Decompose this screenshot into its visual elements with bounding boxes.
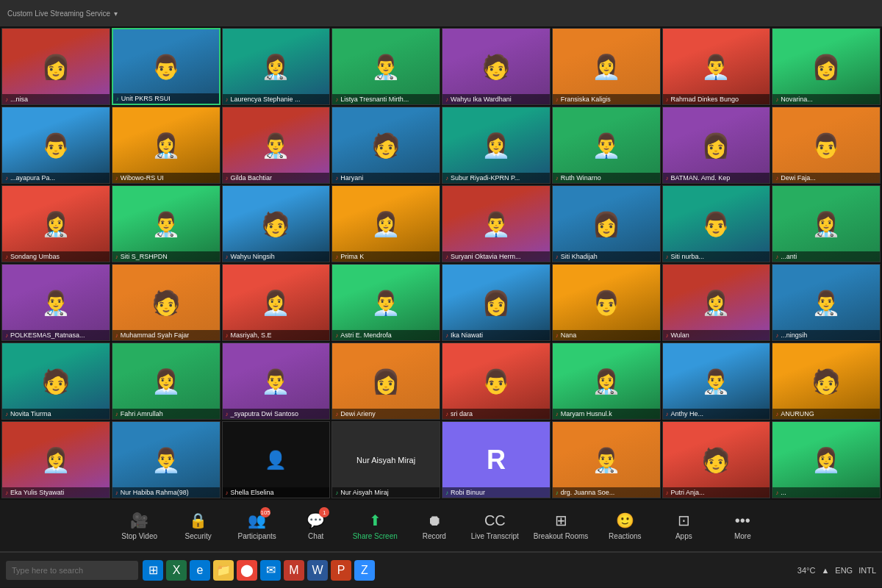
participant-cell[interactable]: 👩 ♪ Siti Khadijah [552,185,661,262]
participant-name: ...nisa [10,96,28,103]
stop-video-button[interactable]: 🎥 Stop Video [118,512,162,540]
participant-cell[interactable]: 👨‍💼 ♪ Ruth Winarno [552,107,661,184]
more-label: More [734,532,751,540]
top-bar-title[interactable]: Custom Live Streaming Service ▾ [7,10,118,18]
participant-cell[interactable]: 👩‍⚕️ ♪ Laurencya Stephanie ... [222,28,331,105]
toolbar: 🎥 Stop Video 🔒 Security 👥105 Participant… [0,500,882,588]
outlook-icon[interactable]: ✉ [260,560,281,581]
mic-status-icon: ♪ [556,254,559,260]
participant-cell[interactable]: R ♪ Robi Binuur [442,421,551,498]
participant-cell[interactable]: 🧑 ♪ Muhammad Syah Fajar [112,264,220,341]
participant-cell[interactable]: 👩 ♪ Ika Niawati [442,264,551,341]
face-sim: 👩‍💼 [553,29,660,104]
participant-name: Prima K [340,253,364,260]
participant-cell[interactable]: 👤 ♪ Shella Elselina [222,421,331,498]
participant-cell[interactable]: 👨‍💼 ♪ Rahmad Dinkes Bungo [662,28,771,105]
participant-cell[interactable]: 👩 ♪ ...nisa [1,28,110,105]
participant-cell[interactable]: 👩 ♪ Dewi Arieny [331,343,440,420]
reactions-button[interactable]: 🙂 Reactions [603,512,647,540]
participant-cell[interactable]: 🧑 ♪ Novita Tiurma [1,343,110,420]
participant-cell[interactable]: 👨‍⚕️ ♪ Siti S_RSHPDN [112,185,220,262]
participant-cell[interactable]: 👨‍⚕️ ♪ Gilda Bachtiar [222,107,331,184]
participant-cell[interactable]: Nur Aisyah Miraj ♪ Nur Aisyah Miraj [331,421,440,498]
edge-icon[interactable]: e [190,560,210,581]
participant-name: Unit PKRS RSUI [121,95,171,102]
top-bar: Custom Live Streaming Service ▾ [0,0,882,26]
folder-icon[interactable]: 📁 [213,560,234,581]
participant-name: sri dara [451,410,473,417]
participant-name-label: ♪ Novarina... [772,94,880,104]
participant-cell[interactable]: 🧑 ♪ ANURUNG [772,343,881,420]
participants-button[interactable]: 👥105 Participants [235,512,279,540]
participant-cell[interactable]: 👨‍⚕️ ♪ POLKESMAS_Ratnasa... [1,264,110,341]
participant-cell[interactable]: 👩‍💼 ♪ Eka Yulis Styawati [1,421,110,498]
zoom-icon[interactable]: Z [354,560,375,581]
apps-button[interactable]: ⊡ Apps [662,512,706,540]
chrome-icon[interactable]: ⬤ [237,560,257,581]
participant-name: Haryani [340,174,363,182]
word-icon[interactable]: W [307,560,328,581]
breakout-rooms-button[interactable]: ⊞ Breakout Rooms [534,512,588,540]
participant-cell[interactable]: 👩‍💼 ♪ Prima K [331,185,440,262]
mic-status-icon: ♪ [556,332,559,339]
face-sim: 👨‍⚕️ [112,186,220,262]
participant-cell[interactable]: 👨‍💼 ♪ Suryani Oktavia Herm... [442,185,551,262]
face-sim: 🧑 [2,343,110,419]
participant-name: Listya Tresnanti Mirth... [340,96,409,103]
participant-cell[interactable]: 👩‍💼 ♪ Fahri Amrullah [112,343,220,420]
participant-cell[interactable]: 👨 ♪ sri dara [442,343,551,420]
face-sim: 👨 [663,186,770,262]
share-screen-button[interactable]: ⬆ Share Screen [353,512,398,540]
participant-cell[interactable]: 👨 ♪ Unit PKRS RSUI [112,28,220,105]
dropdown-arrow[interactable]: ▾ [114,10,118,18]
more-button[interactable]: ••• More [720,512,764,540]
mic-status-icon: ♪ [556,490,559,496]
participant-cell[interactable]: 👩 ♪ Novarina... [772,28,881,105]
face-sim: 👩‍💼 [112,343,220,419]
participant-cell[interactable]: 👨 ♪ Siti nurba... [662,185,771,262]
participant-cell[interactable]: 👩 ♪ BATMAN. Amd. Kep [662,107,771,184]
powerpoint-icon[interactable]: P [331,560,351,581]
record-button[interactable]: ⏺ Record [412,512,456,540]
face-sim: 👩‍⚕️ [223,29,330,104]
participant-cell[interactable]: 🧑 ♪ Putri Anja... [662,421,771,498]
participant-cell[interactable]: 👩‍⚕️ ♪ Wibowo-RS UI [112,107,220,184]
participant-cell[interactable]: 👨‍💼 ♪ _syaputra Dwi Santoso [222,343,331,420]
mic-status-icon: ♪ [335,175,338,182]
participant-name-label: ♪ Masriyah, S.E [223,330,330,340]
participant-name-label: ♪ ... [772,487,880,498]
live-transcript-button[interactable]: CC Live Transcript [471,512,519,540]
participant-cell[interactable]: 👨‍💼 ♪ Astri E. Mendrofa [331,264,440,341]
search-input[interactable] [6,561,138,580]
participant-cell[interactable]: 👩‍⚕️ ♪ Sondang Umbas [1,185,110,262]
participant-cell[interactable]: 👨‍⚕️ ♪ ...ningsih [772,264,881,341]
participant-cell[interactable]: 👩‍⚕️ ♪ ...anti [772,185,881,262]
participant-cell[interactable]: 👩‍💼 ♪ Masriyah, S.E [222,264,331,341]
participant-cell[interactable]: 👨 ♪ ...ayapura Pa... [1,107,110,184]
participant-cell[interactable]: 🧑 ♪ Haryani [331,107,440,184]
participant-cell[interactable]: 👨‍⚕️ ♪ Anthy He... [662,343,771,420]
participant-cell[interactable]: 👨 ♪ Nana [552,264,661,341]
mic-status-icon: ♪ [445,411,448,417]
participant-cell[interactable]: 👩‍💼 ♪ ... [772,421,881,498]
participant-cell[interactable]: 👩‍💼 ♪ Subur Riyadi-KPRN P... [442,107,551,184]
store-icon[interactable]: ⊞ [143,560,163,581]
mic-status-icon: ♪ [226,254,229,260]
antivirus-icon[interactable]: M [284,560,304,581]
mic-status-icon: ♪ [335,490,338,496]
participant-cell[interactable]: 🧑 ♪ Wahyu Ika Wardhani [442,28,551,105]
participant-cell[interactable]: 👨 ♪ Dewi Faja... [772,107,881,184]
participant-cell[interactable]: 👩‍💼 ♪ Fransiska Kaligis [552,28,661,105]
participant-cell[interactable]: 👨‍⚕️ ♪ drg. Juanna Soe... [552,421,661,498]
participant-cell[interactable]: 👩‍⚕️ ♪ Maryam Husnul.k [552,343,661,420]
chat-button[interactable]: 💬1 Chat [294,512,338,540]
face-sim: 👨‍⚕️ [663,343,770,419]
participant-cell[interactable]: 🧑 ♪ Wahyu Ningsih [222,185,331,262]
participant-cell[interactable]: 👨‍⚕️ ♪ Listya Tresnanti Mirth... [331,28,440,105]
participant-name-label: ♪ Anthy He... [663,409,770,419]
participant-cell[interactable]: 👩‍⚕️ ♪ Wulan [662,264,771,341]
excel-icon[interactable]: X [166,560,187,581]
participant-cell[interactable]: 👨‍💼 ♪ Nur Habiba Rahma(98) [112,421,220,498]
security-button[interactable]: 🔒 Security [176,512,220,540]
mic-status-icon: ♪ [556,411,559,417]
